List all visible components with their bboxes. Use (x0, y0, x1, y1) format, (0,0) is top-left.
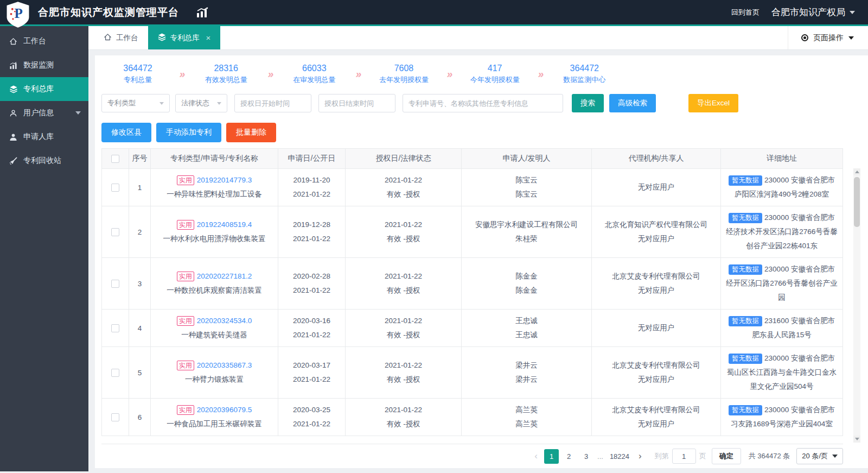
page-button-2[interactable]: 2 (561, 449, 576, 464)
broom-icon (9, 157, 18, 165)
tab-workbench[interactable]: 工作台 (94, 26, 148, 49)
no-data-badge: 暂无数据 (729, 316, 762, 326)
goto-label: 到第 (655, 451, 669, 461)
stat-label: 数据监测中心 (561, 75, 608, 85)
row-checkbox[interactable] (111, 184, 119, 192)
application-number-link[interactable]: 201922408519.4 (197, 220, 252, 229)
patent-cell: 实用201922014779.3一种异味性肥料处理加工设备 (151, 169, 278, 206)
export-excel-button[interactable]: 导出Excel (688, 94, 738, 112)
grant-start-date-input[interactable] (234, 94, 311, 112)
goto-page-input[interactable] (672, 449, 696, 464)
page-button-18224[interactable]: 18224 (607, 449, 632, 464)
row-index: 5 (129, 347, 151, 399)
page-list: 123...18224 (544, 449, 632, 464)
stat-item[interactable]: 28316有效发明总量 (203, 64, 250, 85)
org-user-menu[interactable]: 合肥市知识产权局 (771, 6, 855, 18)
sidebar-item-home[interactable]: 工作台 (0, 29, 88, 53)
advanced-search-button[interactable]: 高级检索 (609, 94, 656, 112)
sidebar-item-label: 申请人库 (23, 132, 54, 142)
patent-cell: 实用202020396079.5一种食品加工用玉米碾碎装置 (151, 399, 278, 436)
back-home-link[interactable]: 回到首页 (731, 8, 760, 17)
page-button-3[interactable]: 3 (579, 449, 593, 464)
row-checkbox[interactable] (111, 369, 119, 377)
application-number-link[interactable]: 202020396079.5 (197, 406, 252, 414)
table-row: 5实用202020335867.3一种臂力锻炼装置2020-03-172021-… (102, 347, 843, 399)
sidebar-item-person[interactable]: 申请人库 (0, 125, 88, 149)
stat-item[interactable]: 417今年发明授权量 (470, 64, 520, 85)
scroll-up-icon[interactable] (853, 168, 860, 175)
stat-label: 在审发明总量 (291, 75, 337, 85)
sidebar-item-broom[interactable]: 专利回收站 (0, 149, 88, 173)
sidebar-item-user[interactable]: 用户信息 (0, 101, 88, 125)
applicant-cell: 安徽思宇水利建设工程有限公司朱桂荣 (462, 206, 592, 258)
select-all-checkbox[interactable] (111, 155, 119, 163)
keyword-search-input[interactable] (403, 94, 563, 112)
patent-title: 一种异味性肥料处理加工设备 (155, 187, 273, 201)
application-number-link[interactable]: 202020227181.2 (197, 272, 252, 280)
search-button[interactable]: 搜索 (572, 94, 604, 112)
stat-value: 417 (470, 64, 520, 73)
application-number-link[interactable]: 202020324534.0 (197, 317, 252, 325)
tab-label: 专利总库 (170, 33, 200, 43)
scroll-down-icon[interactable] (853, 436, 860, 443)
add-patent-button[interactable]: 手动添加专利 (156, 123, 221, 142)
tab-patent-database[interactable]: 专利总库 × (148, 26, 221, 49)
stat-item[interactable]: 364472专利总量 (114, 64, 161, 85)
legal-status-select[interactable]: 法律状态 (175, 94, 227, 112)
batch-delete-button[interactable]: 批量删除 (226, 123, 276, 142)
page-size-select[interactable]: 20 条/页 (796, 448, 843, 464)
table-row: 4实用202020324534.0一种建筑瓷砖美缝器2020-03-162021… (102, 310, 843, 347)
column-header: 序号 (129, 149, 151, 169)
grant-end-date-input[interactable] (318, 94, 395, 112)
next-page-icon[interactable]: › (635, 451, 645, 462)
patent-title: 一种水利水电用漂浮物收集装置 (155, 232, 273, 246)
application-number-link[interactable]: 201922014779.3 (197, 176, 252, 184)
applicant-cell: 王忠诚王忠诚 (462, 310, 592, 347)
patent-type-select[interactable]: 专利类型 (101, 94, 170, 112)
patent-type-tag: 实用 (177, 272, 194, 281)
close-icon[interactable]: × (206, 33, 211, 42)
table-scrollbar[interactable] (853, 168, 860, 443)
prev-page-icon[interactable]: ‹ (531, 451, 541, 462)
page-actions-menu[interactable]: 页面操作 (788, 26, 868, 49)
address-cell: 暂无数据230000 安徽省合肥市蜀山区长江西路与金牛路交口金水里文化产业园50… (721, 347, 843, 399)
row-select-cell (102, 399, 129, 436)
stat-item[interactable]: 364472数据监测中心 (561, 64, 608, 85)
patent-title: 一种数控机床观察窗清洁装置 (155, 283, 273, 298)
edit-district-button[interactable]: 修改区县 (101, 123, 151, 142)
row-checkbox[interactable] (111, 280, 119, 288)
stat-label: 专利总量 (114, 75, 161, 85)
patent-type-tag: 实用 (177, 316, 194, 326)
goto-confirm-button[interactable]: 确定 (712, 448, 741, 464)
column-header: 代理机构/共享人 (592, 149, 721, 169)
scrollbar-thumb[interactable] (854, 177, 860, 227)
stat-item[interactable]: 66033在审发明总量 (291, 64, 337, 85)
patent-cell: 实用201922408519.4一种水利水电用漂浮物收集装置 (151, 206, 278, 258)
app-header: P 合肥市知识产权监测管理平台 回到首页 合肥市知识产权局 (0, 0, 868, 26)
sidebar-item-chart[interactable]: 数据监测 (0, 53, 88, 77)
row-checkbox[interactable] (111, 228, 119, 236)
stat-value: 66033 (291, 64, 337, 73)
row-checkbox[interactable] (111, 324, 119, 332)
sidebar-item-label: 专利总库 (23, 84, 54, 94)
stat-item[interactable]: 7608去年发明授权量 (379, 64, 429, 85)
table-wrap: 序号专利类型/申请号/专利名称申请日/公开日授权日/法律状态申请人/发明人代理机… (95, 148, 868, 444)
row-index: 6 (129, 399, 151, 436)
org-name: 合肥市知识产权局 (771, 6, 845, 18)
no-data-badge: 暂无数据 (729, 175, 762, 186)
column-header: 授权日/法律状态 (346, 149, 462, 169)
page-button-1[interactable]: 1 (544, 449, 559, 464)
application-number-link[interactable]: 202020335867.3 (197, 361, 252, 369)
address-cell: 暂无数据230000 安徽省合肥市经开区汤口路2766号香馨创谷产业园 (721, 258, 843, 310)
stat-label: 去年发明授权量 (379, 75, 429, 85)
stat-value: 364472 (114, 64, 161, 73)
stats-bar: 364472专利总量››28316有效发明总量››66033在审发明总量››76… (95, 55, 868, 90)
layers-icon (9, 85, 18, 93)
chart-icon (9, 61, 18, 70)
row-select-cell (102, 310, 129, 347)
sidebar-item-layers[interactable]: 专利总库 (0, 77, 88, 101)
stat-value: 7608 (379, 64, 429, 73)
agency-cell: 北京艾皮专利代理有限公司无对应用户 (592, 347, 721, 399)
row-checkbox[interactable] (111, 413, 119, 421)
row-select-cell (102, 347, 129, 399)
